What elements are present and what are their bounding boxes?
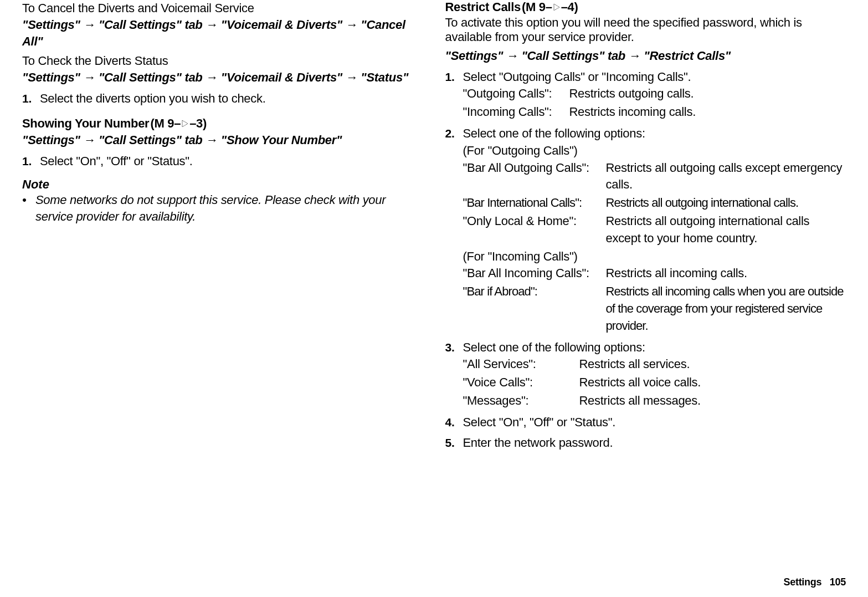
- definition-value: Restricts outgoing calls.: [569, 85, 846, 103]
- step-text: Select the diverts option you wish to ch…: [40, 90, 423, 108]
- definition-label: "Messages":: [463, 392, 579, 410]
- option-group-label: (For "Outgoing Calls"): [463, 142, 846, 160]
- definition-row: "Voice Calls": Restricts all voice calls…: [463, 374, 846, 391]
- definition-row: "Messages": Restricts all messages.: [463, 392, 846, 410]
- definition-value: Restricts all incoming calls.: [606, 265, 846, 282]
- note-heading: Note: [22, 177, 423, 192]
- check-status-steps: 1. Select the diverts option you wish to…: [22, 90, 423, 111]
- step-number: 1.: [22, 153, 40, 170]
- menu-code-prefix: (M 9–: [150, 116, 181, 131]
- definition-value: Restricts all messages.: [579, 392, 846, 410]
- check-status-heading: To Check the Diverts Status: [22, 54, 423, 68]
- restrict-heading-text: Restrict Calls: [445, 0, 521, 14]
- list-item: 1. Select the diverts option you wish to…: [22, 90, 423, 108]
- restrict-heading: Restrict Calls (M 9– –4): [445, 0, 846, 14]
- menu-code-prefix: (M 9–: [522, 0, 552, 14]
- definition-row: "Bar International Calls": Restricts all…: [463, 195, 846, 212]
- note-text: Some networks do not support this servic…: [35, 192, 423, 224]
- definition-label: "All Services":: [463, 356, 579, 373]
- definition-row: "Bar All Incoming Calls": Restricts all …: [463, 265, 846, 282]
- cancel-diverts-heading: To Cancel the Diverts and Voicemail Serv…: [22, 1, 423, 16]
- definition-value: Restricts all voice calls.: [579, 374, 846, 391]
- restrict-intro: To activate this option you will need th…: [445, 16, 846, 44]
- step-number: 4.: [445, 414, 463, 431]
- definition-label: "Only Local & Home":: [463, 213, 606, 247]
- show-number-heading-text: Showing Your Number: [22, 116, 149, 131]
- triangle-right-icon: [553, 4, 560, 11]
- definition-value: Restricts all outgoing international cal…: [606, 213, 846, 247]
- step-body: Select one of the following options: "Al…: [463, 339, 846, 411]
- step-number: 2.: [445, 125, 463, 336]
- definition-row: "Incoming Calls": Restricts incoming cal…: [463, 104, 846, 121]
- bullet-icon: •: [22, 192, 35, 224]
- definition-label: "Voice Calls":: [463, 374, 579, 391]
- definition-row: "Bar if Abroad": Restricts all incoming …: [463, 283, 846, 334]
- list-item: 3. Select one of the following options: …: [445, 339, 846, 411]
- left-column: To Cancel the Diverts and Voicemail Serv…: [22, 0, 423, 564]
- step-text: Select one of the following options:: [463, 340, 645, 354]
- definition-row: "All Services": Restricts all services.: [463, 356, 846, 373]
- list-item: 5. Enter the network password.: [445, 435, 846, 452]
- definition-value: Restricts all outgoing calls except emer…: [606, 160, 846, 194]
- menu-code-suffix: –4): [561, 0, 578, 14]
- definition-row: "Bar All Outgoing Calls": Restricts all …: [463, 160, 846, 194]
- definition-value: Restricts all outgoing international cal…: [606, 195, 846, 212]
- step-number: 1.: [22, 90, 40, 108]
- step-number: 3.: [445, 339, 463, 411]
- step-body: Select one of the following options: (Fo…: [463, 125, 846, 336]
- step-text: Select one of the following options:: [463, 126, 645, 140]
- definition-row: "Only Local & Home": Restricts all outgo…: [463, 213, 846, 247]
- definition-label: "Bar International Calls":: [463, 195, 606, 212]
- show-number-steps: 1. Select "On", "Off" or "Status".: [22, 153, 423, 174]
- page-footer: Settings 105: [784, 576, 846, 588]
- triangle-right-icon: [182, 120, 188, 127]
- check-status-path: "Settings" → "Call Settings" tab → "Voic…: [22, 69, 423, 86]
- list-item: 1. Select "On", "Off" or "Status".: [22, 153, 423, 170]
- definition-label: "Bar All Outgoing Calls":: [463, 160, 606, 194]
- right-column: Restrict Calls (M 9– –4) To activate thi…: [445, 0, 846, 564]
- step-number: 1.: [445, 69, 463, 122]
- definition-value: Restricts all incoming calls when you ar…: [606, 283, 846, 334]
- list-item: 4. Select "On", "Off" or "Status".: [445, 414, 846, 431]
- menu-code-suffix: –3): [189, 116, 207, 131]
- footer-page-number: 105: [830, 576, 846, 588]
- list-item: 1. Select "Outgoing Calls" or "Incoming …: [445, 69, 846, 122]
- definition-row: "Outgoing Calls": Restricts outgoing cal…: [463, 85, 846, 103]
- step-text: Select "On", "Off" or "Status".: [463, 414, 846, 431]
- definition-label: "Incoming Calls":: [463, 104, 569, 121]
- option-group-label: (For "Incoming Calls"): [463, 248, 846, 266]
- show-number-path: "Settings" → "Call Settings" tab → "Show…: [22, 132, 423, 149]
- show-number-heading: Showing Your Number (M 9– –3): [22, 116, 423, 131]
- definition-label: "Bar if Abroad":: [463, 283, 606, 334]
- restrict-path: "Settings" → "Call Settings" tab → "Rest…: [445, 48, 846, 64]
- step-text: Select "On", "Off" or "Status".: [40, 153, 423, 170]
- step-text: Select "Outgoing Calls" or "Incoming Cal…: [463, 70, 691, 84]
- restrict-steps: 1. Select "Outgoing Calls" or "Incoming …: [445, 69, 846, 455]
- cancel-diverts-path: "Settings" → "Call Settings" tab → "Voic…: [22, 17, 423, 49]
- step-text: Enter the network password.: [463, 435, 846, 452]
- step-number: 5.: [445, 435, 463, 452]
- footer-section: Settings: [784, 576, 822, 588]
- list-item: 2. Select one of the following options: …: [445, 125, 846, 336]
- note-body: • Some networks do not support this serv…: [22, 192, 423, 224]
- definition-label: "Outgoing Calls":: [463, 85, 569, 103]
- definition-value: Restricts incoming calls.: [569, 104, 846, 121]
- definition-label: "Bar All Incoming Calls":: [463, 265, 606, 282]
- step-body: Select "Outgoing Calls" or "Incoming Cal…: [463, 69, 846, 122]
- definition-value: Restricts all services.: [579, 356, 846, 373]
